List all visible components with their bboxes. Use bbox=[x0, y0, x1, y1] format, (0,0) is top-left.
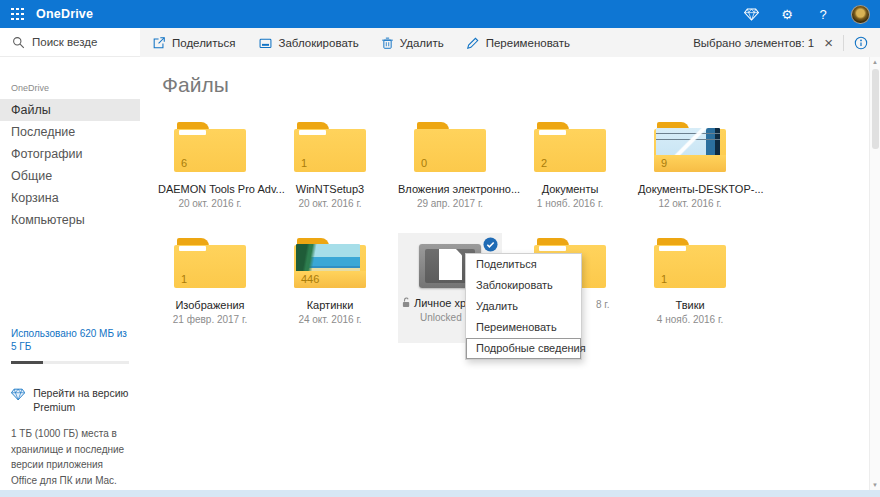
settings-gear-icon[interactable]: ⚙ bbox=[779, 6, 795, 22]
premium-title: Перейти на версию Premium bbox=[33, 386, 133, 414]
top-app-bar: OneDrive ⚙ ? bbox=[0, 0, 880, 28]
sidebar-item-shared[interactable]: Общие bbox=[0, 165, 140, 187]
folder-tile-documents-desktop[interactable]: 9 Документы-DESKTOP-... 12 окт. 2016 г. bbox=[630, 117, 750, 209]
storage-section: Использовано 620 МБ из 5 ГБ bbox=[11, 327, 131, 364]
sidebar-item-files[interactable]: Файлы bbox=[0, 99, 140, 121]
delete-button[interactable]: Удалить bbox=[381, 36, 444, 50]
bottom-edge-strip bbox=[0, 490, 880, 497]
folder-icon: 0 bbox=[414, 122, 486, 172]
selected-check-badge[interactable] bbox=[483, 237, 498, 252]
help-icon[interactable]: ? bbox=[815, 6, 831, 22]
page-title: Файлы bbox=[162, 73, 869, 97]
folder-tile-images[interactable]: 1 Изображения 21 февр. 2017 г. bbox=[150, 233, 270, 343]
sidebar-section-label: OneDrive bbox=[0, 57, 140, 99]
premium-diamond-icon[interactable] bbox=[743, 6, 759, 22]
folder-tile-documents[interactable]: 2 Документы 1 нояб. 2016 г. bbox=[510, 117, 630, 209]
delete-trash-icon bbox=[381, 36, 394, 50]
sidebar: OneDrive Файлы Последние Фотографии Общи… bbox=[0, 57, 140, 490]
sidebar-item-recent[interactable]: Последние bbox=[0, 121, 140, 143]
premium-description: 1 ТБ (1000 ГБ) места в хранилище и после… bbox=[11, 426, 129, 497]
folder-tile-tweaks[interactable]: 1 Твики 4 нояб. 2016 г. bbox=[630, 233, 750, 343]
scrollbar-thumb[interactable] bbox=[872, 69, 879, 149]
premium-upsell[interactable]: Перейти на версию Premium bbox=[11, 386, 133, 414]
storage-usage-link[interactable]: Использовано 620 МБ из 5 ГБ bbox=[11, 327, 131, 353]
vault-lock-icon bbox=[258, 36, 273, 50]
vertical-scrollbar[interactable]: ▲ ▼ bbox=[869, 57, 880, 490]
storage-progress-bar bbox=[11, 361, 129, 364]
app-launcher-icon[interactable] bbox=[11, 8, 24, 21]
search-placeholder: Поиск везде bbox=[32, 36, 97, 48]
folder-tile-email-attachments[interactable]: 0 Вложения электронно... 29 апр. 2017 г. bbox=[390, 117, 510, 209]
command-bar-row: Поиск везде Поделиться Заблокировать Уда… bbox=[0, 28, 880, 57]
selection-status: Выбрано элементов: 1 bbox=[693, 37, 814, 49]
sidebar-item-recyclebin[interactable]: Корзина bbox=[0, 187, 140, 209]
folder-tile-winntsetup3[interactable]: 1 WinNTSetup3 20 окт. 2016 г. bbox=[270, 117, 390, 209]
context-menu: Поделиться Заблокировать Удалить Переиме… bbox=[465, 253, 582, 360]
clear-selection-icon[interactable]: × bbox=[824, 35, 833, 50]
command-bar: Поделиться Заблокировать Удалить Переиме… bbox=[140, 28, 880, 57]
context-menu-item-rename[interactable]: Переименовать bbox=[466, 317, 581, 338]
unlocked-padlock-icon bbox=[402, 297, 411, 308]
rename-pencil-icon bbox=[466, 36, 480, 50]
info-icon[interactable] bbox=[854, 36, 868, 50]
folder-icon: 6 bbox=[174, 122, 246, 172]
folder-icon: 1 bbox=[294, 122, 366, 172]
divider bbox=[843, 35, 844, 51]
tile-row-1: 6 DAEMON Tools Pro Adv... 20 окт. 2016 г… bbox=[150, 117, 869, 209]
folder-icon-with-document-thumbnail: 9 bbox=[654, 122, 726, 172]
share-icon bbox=[152, 36, 166, 50]
context-menu-item-delete[interactable]: Удалить bbox=[466, 296, 581, 317]
folder-icon-with-photo-thumbnail: 446 bbox=[294, 238, 366, 288]
folder-tile-daemon-tools[interactable]: 6 DAEMON Tools Pro Adv... 20 окт. 2016 г… bbox=[150, 117, 270, 209]
app-title[interactable]: OneDrive bbox=[36, 7, 93, 21]
lock-vault-button[interactable]: Заблокировать bbox=[258, 36, 359, 50]
context-menu-item-lock[interactable]: Заблокировать bbox=[466, 275, 581, 296]
folder-icon: 1 bbox=[174, 238, 246, 288]
sidebar-item-computers[interactable]: Компьютеры bbox=[0, 209, 140, 231]
scroll-up-icon[interactable]: ▲ bbox=[870, 59, 880, 65]
folder-tile-pictures[interactable]: 446 Картинки 24 окт. 2016 г. bbox=[270, 233, 390, 343]
premium-diamond-icon bbox=[11, 386, 25, 403]
search-icon bbox=[12, 36, 25, 49]
rename-button[interactable]: Переименовать bbox=[466, 36, 570, 50]
folder-icon: 2 bbox=[534, 122, 606, 172]
context-menu-item-share[interactable]: Поделиться bbox=[466, 254, 581, 275]
scroll-down-icon[interactable]: ▼ bbox=[870, 482, 880, 488]
storage-progress-fill bbox=[11, 361, 43, 364]
sidebar-item-photos[interactable]: Фотографии bbox=[0, 143, 140, 165]
account-avatar[interactable] bbox=[851, 5, 870, 24]
share-button[interactable]: Поделиться bbox=[152, 36, 236, 50]
search-input[interactable]: Поиск везде bbox=[0, 28, 140, 57]
context-menu-item-details[interactable]: Подробные сведения bbox=[466, 338, 581, 359]
folder-icon: 1 bbox=[654, 238, 726, 288]
